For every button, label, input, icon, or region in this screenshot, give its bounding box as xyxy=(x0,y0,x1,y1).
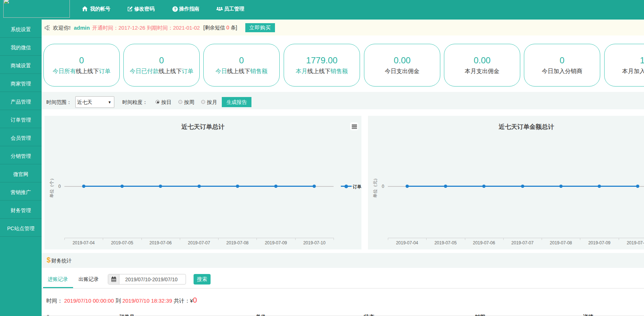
svg-text:?: ? xyxy=(174,7,177,11)
